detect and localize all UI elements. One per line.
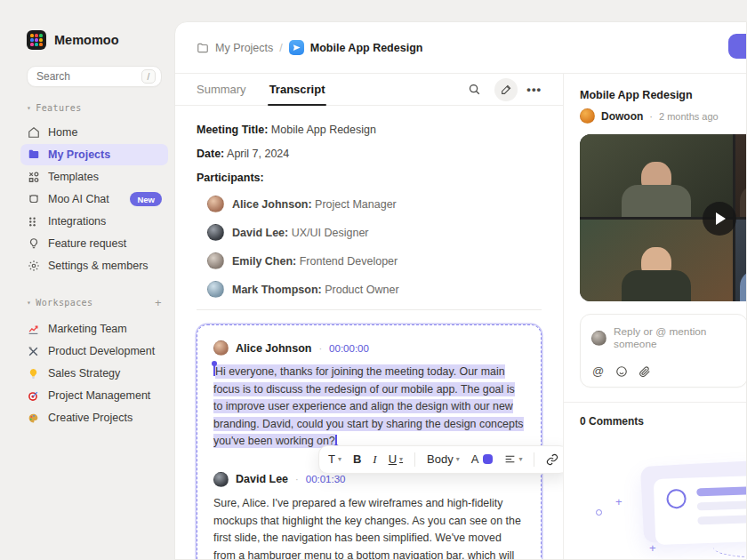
time-ago: 2 months ago: [659, 111, 719, 122]
link-icon[interactable]: [546, 453, 558, 466]
message-text: Hi everyone, thanks for joining the meet…: [213, 364, 525, 451]
text-color-button[interactable]: A: [471, 452, 494, 466]
participant-row: Mark Thompson: Product Owner: [207, 281, 542, 298]
bulb-icon: [27, 237, 40, 251]
align-button[interactable]: ▾: [504, 453, 522, 465]
sidebar-item-templates[interactable]: Templates: [20, 166, 168, 188]
transcript-message[interactable]: Alice Johnson · 00:00:00 Hi everyone, th…: [213, 340, 525, 451]
share-button-cutoff[interactable]: [727, 32, 747, 60]
message-text: Sure, Alice. I've prepared a few wirefra…: [213, 495, 525, 560]
sidebar-item-moo-ai-chat[interactable]: Moo AI Chat New: [20, 188, 168, 210]
participants-list: Alice Johnson: Project Manager David Lee…: [197, 196, 542, 298]
workspace-item-sales-strategy[interactable]: Sales Strategy: [20, 363, 168, 384]
workspace-item-marketing-team[interactable]: Marketing Team: [20, 318, 168, 340]
section-divider: [197, 309, 542, 310]
breadcrumb-current[interactable]: Mobile App Redesign: [310, 42, 423, 54]
breadcrumb-separator: /: [279, 42, 282, 54]
sidebar-item-my-projects[interactable]: My Projects: [20, 144, 168, 165]
avatar: [207, 224, 224, 241]
chart-icon: [27, 323, 40, 336]
templates-icon: [27, 171, 40, 184]
mention-icon[interactable]: @: [591, 364, 605, 378]
more-options-icon[interactable]: •••: [526, 83, 542, 96]
app-logo[interactable]: Memomoo: [27, 30, 162, 50]
bold-button[interactable]: B: [353, 452, 361, 466]
empty-comments-illustration: + + +: [580, 452, 746, 559]
add-workspace-button[interactable]: +: [155, 296, 162, 309]
project-icon: [289, 40, 304, 55]
search-input[interactable]: [36, 70, 141, 83]
video-participant-cell: [735, 134, 746, 217]
speaker-name: David Lee: [236, 473, 288, 485]
sidebar-item-feature-request[interactable]: Feature request: [20, 233, 168, 254]
chevron-down-icon: ▾: [27, 104, 31, 112]
avatar: [213, 472, 229, 487]
speaker-name: Alice Johnson: [236, 342, 311, 355]
workspace-item-creative-projects[interactable]: Creative Projects: [20, 407, 168, 428]
transcript-editor[interactable]: Alice Johnson · 00:00:00 Hi everyone, th…: [197, 324, 542, 560]
text-style-button[interactable]: T▾: [328, 452, 341, 466]
folder-outline-icon: [197, 42, 209, 54]
tab-bar: Summary Transcript •••: [175, 74, 563, 106]
avatar: [213, 340, 229, 356]
color-swatch: [483, 454, 493, 464]
sidebar-item-home[interactable]: Home: [20, 122, 168, 143]
tab-summary[interactable]: Summary: [197, 74, 246, 105]
features-section-header[interactable]: ▾ Features: [27, 103, 162, 113]
breadcrumb: My Projects / Mobile App Redesign: [197, 40, 422, 55]
app-logo-icon: [27, 30, 46, 50]
lightbulb-icon: [27, 367, 40, 380]
avatar: [591, 331, 606, 346]
avatar: [580, 108, 595, 124]
formatting-toolbar: T▾ B I U▾ Body▾ A ▾: [318, 445, 563, 474]
search-icon[interactable]: [462, 78, 486, 101]
participants-label: Participants:: [197, 172, 542, 184]
target-icon: [27, 389, 40, 403]
workspace-item-project-management[interactable]: Project Management: [20, 385, 168, 406]
author-name: Dowoon: [601, 110, 643, 123]
breadcrumb-header: My Projects / Mobile App Redesign: [175, 22, 746, 74]
author-row: Dowoon · 2 months ago: [580, 108, 746, 124]
play-button[interactable]: [703, 202, 736, 236]
transcript-document[interactable]: Meeting Title: Mobile App Redesign Date:…: [175, 106, 563, 560]
sidebar-item-settings-members[interactable]: Settings & members: [20, 255, 168, 276]
comment-input-box[interactable]: Reply or @ mention someone @: [580, 314, 746, 388]
comment-placeholder[interactable]: Reply or @ mention someone: [614, 325, 736, 350]
search-box[interactable]: /: [27, 66, 162, 87]
chevron-down-icon: ▾: [27, 299, 31, 307]
workspaces-section-header[interactable]: ▾ Workspaces +: [27, 296, 162, 309]
avatar: [207, 252, 224, 269]
details-panel: Mobile App Redesign Dowoon · 2 months ag…: [564, 74, 746, 560]
comments-count: 0 Comments: [580, 415, 746, 428]
selection-end-handle[interactable]: [335, 435, 337, 445]
workspace-item-product-development[interactable]: Product Development: [20, 340, 168, 362]
tools-icon: [27, 345, 40, 358]
emoji-icon[interactable]: [614, 364, 628, 378]
panel-title: Mobile App Redesign: [580, 89, 746, 101]
italic-button[interactable]: I: [373, 452, 376, 467]
tab-transcript[interactable]: Transcript: [269, 74, 325, 105]
sidebar-item-integrations[interactable]: Integrations: [20, 211, 168, 232]
gear-icon: [27, 260, 40, 273]
transcript-message[interactable]: David Lee · 00:01:30 Sure, Alice. I've p…: [213, 472, 525, 560]
timestamp[interactable]: 00:01:30: [306, 474, 346, 484]
avatar: [207, 196, 224, 212]
transcript-column: Summary Transcript ••• Meeting Title: Mo…: [175, 74, 564, 560]
timestamp[interactable]: 00:00:00: [329, 343, 369, 354]
video-participant-cell: [735, 220, 746, 302]
moo-chat-icon: [27, 193, 40, 206]
underline-button[interactable]: U▾: [389, 452, 403, 466]
edit-pencil-icon[interactable]: [494, 78, 518, 101]
palette-icon: [27, 412, 40, 425]
paragraph-style-dropdown[interactable]: Body▾: [427, 452, 460, 466]
home-icon: [27, 126, 40, 140]
app-name: Memomoo: [54, 33, 119, 47]
avatar: [207, 281, 224, 298]
sidebar: Memomoo / ▾ Features Home My Projects Te…: [0, 0, 174, 560]
integrations-icon: [27, 215, 40, 228]
meeting-video-thumbnail[interactable]: [580, 134, 746, 301]
selection-start-handle[interactable]: [213, 365, 215, 376]
attachment-icon[interactable]: [638, 364, 651, 378]
breadcrumb-parent[interactable]: My Projects: [215, 42, 273, 54]
new-badge: New: [130, 192, 162, 206]
